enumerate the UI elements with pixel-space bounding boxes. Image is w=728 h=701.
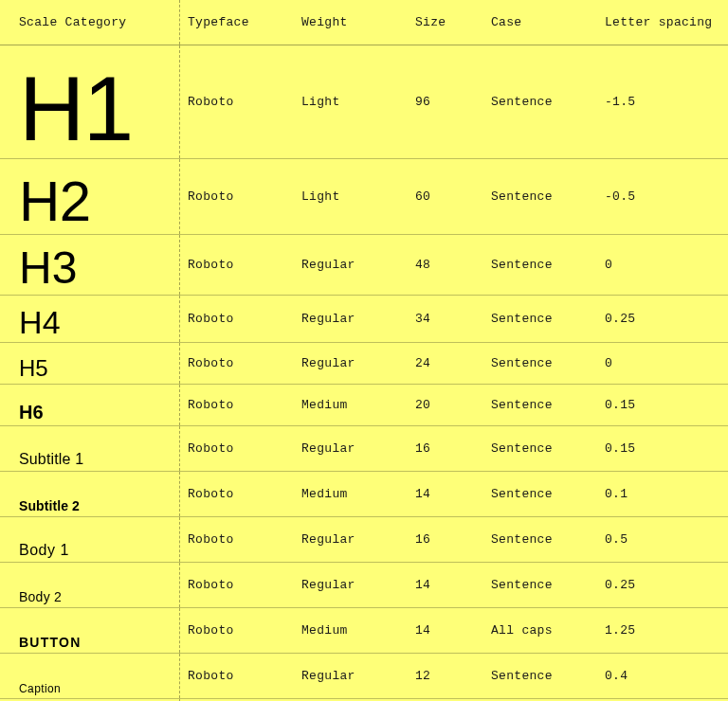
cell-letter-spacing: 0.25	[597, 296, 728, 343]
col-header-typeface: Typeface	[180, 0, 294, 45]
cell-case: Sentence	[483, 343, 597, 385]
cell-case: Sentence	[483, 517, 597, 563]
cell-case: Sentence	[483, 235, 597, 296]
cell-size: 14	[408, 608, 483, 654]
cell-letter-spacing: 0.5	[597, 517, 728, 563]
scale-sample-label: Body 2	[19, 590, 173, 603]
cell-typeface: Roboto	[180, 296, 294, 343]
cell-typeface: Roboto	[180, 45, 294, 159]
cell-scale-sample: Body 2	[0, 563, 180, 608]
scale-sample-label: H4	[19, 306, 173, 338]
table-row: Subtitle 1RobotoRegular16Sentence0.15	[0, 426, 728, 472]
cell-case: Sentence	[483, 159, 597, 235]
cell-weight: Regular	[294, 517, 408, 563]
type-scale-table: Scale Category Typeface Weight Size Case…	[0, 0, 728, 701]
cell-weight: Regular	[294, 235, 408, 296]
scale-sample-label: Body 1	[19, 543, 173, 558]
cell-letter-spacing: 0.1	[597, 472, 728, 517]
cell-typeface: Roboto	[180, 563, 294, 608]
table-row: H5RobotoRegular24Sentence0	[0, 343, 728, 385]
col-header-letter-spacing: Letter spacing	[597, 0, 728, 45]
table-row: H4RobotoRegular34Sentence0.25	[0, 296, 728, 343]
cell-case: Sentence	[483, 563, 597, 608]
cell-size: 14	[408, 563, 483, 608]
cell-typeface: Roboto	[180, 608, 294, 654]
scale-sample-label: H2	[19, 173, 173, 230]
cell-typeface: Roboto	[180, 343, 294, 385]
scale-sample-label: Subtitle 2	[19, 499, 173, 512]
cell-size: 12	[408, 654, 483, 699]
cell-scale-sample: Subtitle 2	[0, 472, 180, 517]
cell-letter-spacing: 0.15	[597, 426, 728, 472]
cell-weight: Regular	[294, 343, 408, 385]
cell-letter-spacing: 0.4	[597, 654, 728, 699]
scale-sample-label: H3	[19, 245, 173, 291]
cell-letter-spacing: 0.15	[597, 385, 728, 426]
scale-sample-label: H6	[19, 403, 173, 422]
cell-scale-sample: Subtitle 1	[0, 426, 180, 472]
table-header-row: Scale Category Typeface Weight Size Case…	[0, 0, 728, 45]
cell-typeface: Roboto	[180, 517, 294, 563]
table-row: BUTTONRobotoMedium14All caps1.25	[0, 608, 728, 654]
table-row: H3RobotoRegular48Sentence0	[0, 235, 728, 296]
cell-scale-sample: BUTTON	[0, 608, 180, 654]
cell-scale-sample: H4	[0, 296, 180, 343]
cell-case: Sentence	[483, 472, 597, 517]
cell-typeface: Roboto	[180, 385, 294, 426]
cell-size: 60	[408, 159, 483, 235]
cell-scale-sample: H6	[0, 385, 180, 426]
cell-size: 24	[408, 343, 483, 385]
cell-typeface: Roboto	[180, 235, 294, 296]
cell-scale-sample: H3	[0, 235, 180, 296]
cell-size: 20	[408, 385, 483, 426]
cell-case: Sentence	[483, 296, 597, 343]
cell-weight: Medium	[294, 385, 408, 426]
cell-weight: Regular	[294, 296, 408, 343]
cell-weight: Regular	[294, 563, 408, 608]
table-row: H6RobotoMedium20Sentence0.15	[0, 385, 728, 426]
scale-sample-label: H1	[19, 63, 173, 154]
table-row: H2RobotoLight60Sentence-0.5	[0, 159, 728, 235]
table-row: CaptionRobotoRegular12Sentence0.4	[0, 654, 728, 699]
cell-scale-sample: H5	[0, 343, 180, 385]
cell-size: 96	[408, 45, 483, 159]
cell-weight: Light	[294, 45, 408, 159]
table-row: Body 2RobotoRegular14Sentence0.25	[0, 563, 728, 608]
cell-weight: Regular	[294, 654, 408, 699]
scale-sample-label: Caption	[19, 683, 173, 694]
cell-weight: Regular	[294, 426, 408, 472]
scale-sample-label: H5	[19, 357, 173, 380]
cell-scale-sample: H1	[0, 45, 180, 159]
cell-typeface: Roboto	[180, 654, 294, 699]
cell-scale-sample: Caption	[0, 654, 180, 699]
cell-case: Sentence	[483, 654, 597, 699]
cell-case: Sentence	[483, 45, 597, 159]
cell-size: 34	[408, 296, 483, 343]
cell-letter-spacing: -1.5	[597, 45, 728, 159]
cell-case: All caps	[483, 608, 597, 654]
cell-letter-spacing: 0.25	[597, 563, 728, 608]
cell-case: Sentence	[483, 426, 597, 472]
cell-letter-spacing: 0	[597, 343, 728, 385]
cell-typeface: Roboto	[180, 159, 294, 235]
cell-weight: Light	[294, 159, 408, 235]
cell-typeface: Roboto	[180, 426, 294, 472]
cell-weight: Medium	[294, 608, 408, 654]
cell-letter-spacing: 0	[597, 235, 728, 296]
scale-sample-label: BUTTON	[19, 636, 173, 649]
col-header-weight: Weight	[294, 0, 408, 45]
table-row: Body 1RobotoRegular16Sentence0.5	[0, 517, 728, 563]
cell-size: 16	[408, 517, 483, 563]
cell-scale-sample: Body 1	[0, 517, 180, 563]
col-header-scale: Scale Category	[0, 0, 180, 45]
cell-typeface: Roboto	[180, 472, 294, 517]
cell-weight: Medium	[294, 472, 408, 517]
cell-case: Sentence	[483, 385, 597, 426]
cell-size: 16	[408, 426, 483, 472]
cell-size: 48	[408, 235, 483, 296]
table-row: H1RobotoLight96Sentence-1.5	[0, 45, 728, 159]
col-header-case: Case	[483, 0, 597, 45]
col-header-size: Size	[408, 0, 483, 45]
scale-sample-label: Subtitle 1	[19, 452, 173, 467]
cell-letter-spacing: -0.5	[597, 159, 728, 235]
